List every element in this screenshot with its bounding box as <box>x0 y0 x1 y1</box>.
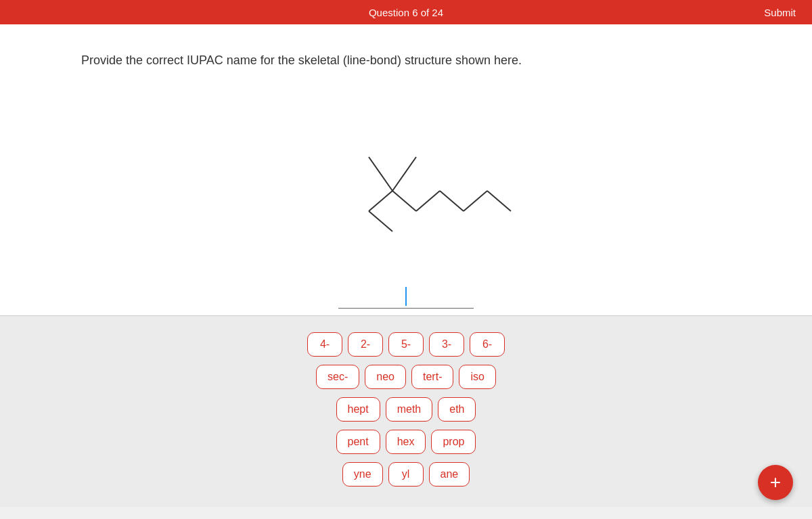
svg-line-3 <box>369 211 392 231</box>
fab-button[interactable]: + <box>758 465 793 500</box>
tile-prop[interactable]: prop <box>431 430 476 454</box>
svg-line-8 <box>487 191 511 211</box>
answer-input-line[interactable] <box>338 284 474 309</box>
tile-6[interactable]: 6- <box>470 332 505 357</box>
question-area: Provide the correct IUPAC name for the s… <box>0 24 812 315</box>
svg-line-1 <box>369 157 392 191</box>
tile-2[interactable]: 2- <box>348 332 383 357</box>
tile-row-2: sec- neo tert- iso <box>316 365 496 389</box>
svg-line-4 <box>392 191 416 211</box>
tile-hex[interactable]: hex <box>386 430 426 454</box>
tile-ane[interactable]: ane <box>429 462 470 487</box>
question-text: Provide the correct IUPAC name for the s… <box>81 51 731 70</box>
tile-row-3: hept meth eth <box>336 397 476 422</box>
tile-row-4: pent hex prop <box>336 430 476 454</box>
svg-line-6 <box>440 191 464 211</box>
answer-area <box>81 284 731 315</box>
tile-5[interactable]: 5- <box>388 332 424 357</box>
skeletal-structure <box>298 123 514 245</box>
tile-meth[interactable]: meth <box>386 397 433 422</box>
submit-button[interactable]: Submit <box>764 7 796 18</box>
tiles-area: 4- 2- 5- 3- 6- sec- neo tert- iso hept m… <box>0 316 812 507</box>
tile-pent[interactable]: pent <box>336 430 380 454</box>
svg-line-0 <box>392 157 416 191</box>
svg-line-7 <box>464 191 487 211</box>
tile-tert[interactable]: tert- <box>411 365 453 389</box>
tile-sec[interactable]: sec- <box>316 365 359 389</box>
svg-line-5 <box>416 191 440 211</box>
tile-eth[interactable]: eth <box>438 397 476 422</box>
header: Question 6 of 24 Submit <box>0 0 812 24</box>
tile-row-1: 4- 2- 5- 3- 6- <box>307 332 505 357</box>
svg-line-2 <box>369 191 392 211</box>
question-counter: Question 6 of 24 <box>369 7 443 18</box>
tile-row-5: yne yl ane <box>342 462 470 487</box>
tile-hept[interactable]: hept <box>336 397 380 422</box>
tile-3[interactable]: 3- <box>429 332 464 357</box>
tile-4[interactable]: 4- <box>307 332 342 357</box>
text-cursor <box>405 287 407 306</box>
structure-area <box>81 90 731 271</box>
tile-iso[interactable]: iso <box>459 365 495 389</box>
tile-yl[interactable]: yl <box>388 462 424 487</box>
tile-neo[interactable]: neo <box>365 365 406 389</box>
tile-yne[interactable]: yne <box>342 462 383 487</box>
